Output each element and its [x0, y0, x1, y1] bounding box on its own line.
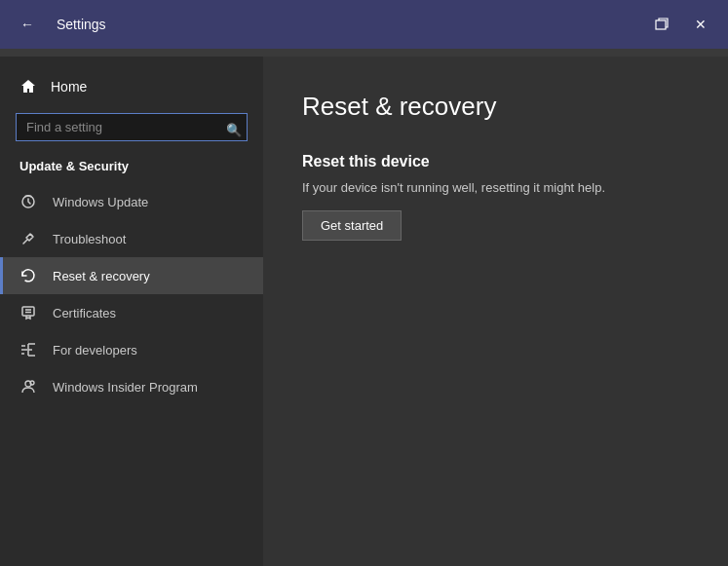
section-label: Update & Security — [0, 153, 263, 183]
back-button[interactable]: ← — [12, 9, 43, 40]
content-area: Reset & recovery Reset this device If yo… — [263, 57, 728, 566]
sidebar-item-windows-insider[interactable]: Windows Insider Program — [0, 368, 263, 405]
sidebar-item-windows-update[interactable]: Windows Update — [0, 183, 263, 220]
window-mode-button[interactable] — [646, 9, 677, 40]
sidebar-item-certificates[interactable]: Certificates — [0, 294, 263, 331]
sidebar: Home 🔍 Update & Security Windows Update — [0, 57, 263, 566]
title-bar: ← Settings ✕ — [0, 0, 728, 49]
for-developers-label: For developers — [53, 343, 137, 358]
sidebar-item-home[interactable]: Home — [0, 68, 263, 105]
sub-bar — [0, 49, 728, 57]
app-title: Settings — [57, 17, 106, 32]
sidebar-item-for-developers[interactable]: For developers — [0, 331, 263, 368]
svg-point-2 — [31, 235, 33, 237]
page-title: Reset & recovery — [302, 92, 689, 122]
windows-insider-icon — [19, 378, 37, 396]
certificates-icon — [19, 304, 37, 321]
section-title: Reset this device — [302, 153, 689, 170]
window-controls: ✕ — [646, 9, 716, 40]
reset-device-section: Reset this device If your device isn't r… — [302, 153, 689, 241]
svg-point-14 — [30, 381, 34, 385]
svg-rect-3 — [22, 307, 34, 316]
close-button[interactable]: ✕ — [685, 9, 716, 40]
troubleshoot-label: Troubleshoot — [53, 232, 126, 246]
sidebar-item-troubleshoot[interactable]: Troubleshoot — [0, 220, 263, 257]
search-input[interactable] — [16, 113, 248, 141]
certificates-label: Certificates — [53, 306, 116, 321]
home-icon — [19, 78, 37, 95]
main-layout: Home 🔍 Update & Security Windows Update — [0, 57, 728, 566]
search-container: 🔍 — [0, 105, 263, 153]
windows-insider-label: Windows Insider Program — [53, 380, 198, 395]
sidebar-item-reset-recovery[interactable]: Reset & recovery — [0, 257, 263, 294]
get-started-button[interactable]: Get started — [302, 210, 402, 241]
reset-recovery-label: Reset & recovery — [53, 269, 150, 283]
home-label: Home — [51, 79, 87, 94]
search-button[interactable]: 🔍 — [226, 122, 242, 136]
section-description: If your device isn't running well, reset… — [302, 180, 689, 195]
reset-recovery-icon — [19, 267, 37, 284]
windows-update-label: Windows Update — [53, 195, 148, 209]
windows-update-icon — [19, 193, 37, 210]
developers-icon — [19, 341, 37, 358]
title-bar-left: ← Settings — [12, 9, 106, 40]
svg-rect-0 — [656, 20, 666, 29]
troubleshoot-icon — [19, 230, 37, 247]
